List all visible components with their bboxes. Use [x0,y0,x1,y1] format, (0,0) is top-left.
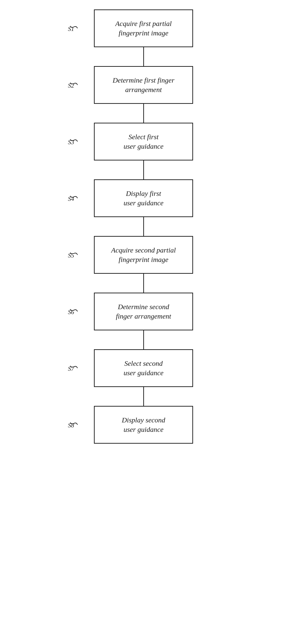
step-row-s7: S7 Select seconduser guidance [61,349,226,387]
step-row-s8: S8 Display seconduser guidance [61,406,226,444]
step-row-s3: S3 Select firstuser guidance [61,123,226,160]
step-box-s7: Select seconduser guidance [94,349,193,387]
step-row-s1: S1 Acquire first partialfingerprint imag… [61,10,226,47]
connector-6-7 [143,330,144,349]
step-label-s7: S7 [68,363,81,373]
step-box-s2: Determine first fingerarrangement [94,66,193,104]
step-box-s1: Acquire first partialfingerprint image [94,10,193,47]
step-text-s2: Determine first fingerarrangement [112,76,174,95]
step-text-s3: Select firstuser guidance [124,132,163,151]
step-label-s8: S8 [68,420,81,430]
step-text-s4: Display firstuser guidance [124,189,163,208]
step-label-s2: S2 [68,80,81,90]
step-label-s5: S5 [68,250,81,260]
svg-text:S6: S6 [68,309,74,316]
step-box-s6: Determine secondfinger arrangement [94,292,193,330]
step-row-s2: S2 Determine first fingerarrangement [61,66,226,104]
step-label-s3: S3 [68,137,81,146]
flowchart: S1 Acquire first partialfingerprint imag… [61,10,226,444]
step-box-s5: Acquire second partialfingerprint image [94,236,193,274]
connector-3-4 [143,160,144,179]
step-text-s1: Acquire first partialfingerprint image [116,19,172,38]
connector-4-5 [143,217,144,236]
step-row-s4: S4 Display firstuser guidance [61,179,226,217]
svg-text:S1: S1 [68,26,74,32]
step-text-s8: Display seconduser guidance [122,415,165,434]
step-box-s8: Display seconduser guidance [94,406,193,444]
step-box-s3: Select firstuser guidance [94,123,193,160]
step-row-s6: S6 Determine secondfinger arrangement [61,292,226,330]
step-label-s6: S6 [68,306,81,316]
connector-1-2 [143,47,144,66]
svg-text:S7: S7 [68,365,74,372]
connector-5-6 [143,274,144,292]
step-text-s5: Acquire second partialfingerprint image [111,246,176,264]
svg-text:S2: S2 [68,82,74,89]
step-label-s1: S1 [68,23,81,33]
svg-text:S4: S4 [68,196,74,202]
step-text-s7: Select seconduser guidance [124,359,163,378]
svg-text:S3: S3 [68,139,74,146]
connector-7-8 [143,387,144,406]
svg-text:S5: S5 [68,252,74,259]
step-label-s4: S4 [68,193,81,203]
connector-2-3 [143,104,144,123]
step-row-s5: S5 Acquire second partialfingerprint ima… [61,236,226,274]
step-text-s6: Determine secondfinger arrangement [116,302,171,321]
svg-text:S8: S8 [68,422,74,429]
step-box-s4: Display firstuser guidance [94,179,193,217]
